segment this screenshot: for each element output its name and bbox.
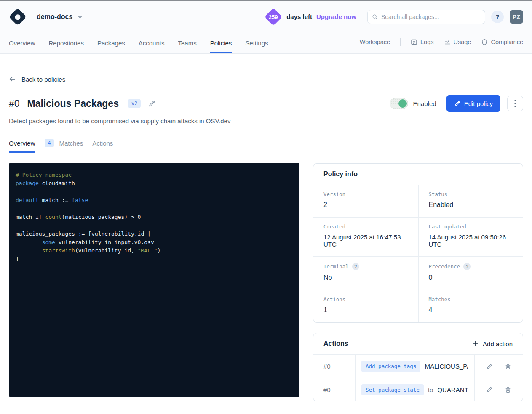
tab-label: Matches: [59, 140, 83, 147]
help-icon[interactable]: ?: [463, 263, 471, 270]
edit-policy-button[interactable]: Edit policy: [446, 95, 500, 112]
policy-description: Detect packages found to be compromised …: [9, 117, 523, 125]
info-field-value: 1: [323, 306, 408, 314]
back-label: Back to policies: [21, 76, 65, 83]
pencil-icon: [486, 363, 493, 370]
code-line: [16, 204, 293, 213]
action-type-badge: Set package state: [361, 384, 424, 395]
logs-icon: [411, 39, 417, 45]
nav-item-accounts[interactable]: Accounts: [139, 32, 165, 53]
info-field-actions: Actions1: [313, 290, 418, 322]
action-index: #0: [313, 355, 356, 378]
cloudsmith-logo: [9, 8, 27, 25]
code-line: [16, 188, 293, 196]
code-line: package cloudsmith: [16, 179, 293, 188]
logo-hole: [14, 13, 21, 20]
avatar[interactable]: PZ: [510, 10, 523, 24]
secondary-nav-label: Usage: [454, 39, 471, 45]
tab-overview[interactable]: Overview: [9, 140, 35, 153]
actions-panel-title: Actions: [323, 340, 348, 348]
secondary-nav: WorkspaceLogsUsageCompliance: [360, 32, 523, 53]
pencil-icon: [148, 100, 155, 107]
delete-action-button[interactable]: [504, 385, 512, 394]
info-field-value: Enabled: [429, 201, 513, 209]
edit-title-button[interactable]: [147, 99, 156, 108]
info-field-value: 12 August 2025 at 16:47:53 UTC: [323, 234, 408, 248]
help-icon[interactable]: ?: [352, 263, 359, 270]
secondary-nav-workspace[interactable]: Workspace: [360, 39, 390, 45]
policy-info-grid: Version2StatusEnabledCreated12 August 20…: [313, 185, 523, 322]
action-type-badge: Add package tags: [361, 361, 420, 372]
compliance-icon: [481, 39, 488, 45]
nav-item-teams[interactable]: Teams: [178, 32, 196, 53]
tab-actions[interactable]: Actions: [92, 140, 113, 153]
workspace-switcher[interactable]: demo-docs: [37, 13, 83, 21]
code-line: default match := false: [16, 196, 293, 204]
code-line: match if count(malicious_packages) > 0: [16, 213, 293, 221]
trial-days-badge: 259: [265, 8, 282, 25]
nav-divider: [400, 38, 401, 46]
delete-action-button[interactable]: [504, 362, 512, 371]
search-input[interactable]: [381, 13, 481, 20]
info-field-label: Terminal: [323, 264, 349, 270]
back-to-policies-link[interactable]: Back to policies: [9, 75, 65, 83]
tab-matches[interactable]: 4Matches: [45, 139, 83, 153]
action-row: #0Add package tagsMALICIOUS_PACKAGE: [313, 355, 523, 378]
info-field-status: StatusEnabled: [418, 185, 523, 217]
add-action-button[interactable]: Add action: [472, 340, 513, 348]
info-field-matches: Matches4: [418, 290, 523, 322]
info-field-version: Version2: [313, 185, 418, 217]
edit-action-button[interactable]: [485, 385, 494, 394]
nav-item-repositories[interactable]: Repositories: [49, 32, 84, 53]
action-index: #0: [313, 378, 356, 401]
code-line: # Policy namespac: [16, 171, 293, 179]
info-field-precedence: Precedence?0: [418, 256, 523, 290]
page-title: Malicious Packages: [27, 98, 119, 109]
enabled-toggle[interactable]: [390, 98, 408, 109]
action-value: QUARANTINED: [437, 386, 468, 393]
search-box[interactable]: [367, 10, 485, 24]
more-options-button[interactable]: [507, 96, 523, 111]
pencil-icon: [454, 101, 460, 107]
tab-count-badge: 4: [45, 139, 54, 147]
version-badge: v2: [128, 99, 141, 108]
edit-policy-label: Edit policy: [464, 100, 493, 107]
usage-icon: [444, 39, 451, 45]
page: demo-docs 259 days left Upgrade now ? PZ: [0, 0, 532, 414]
upgrade-link[interactable]: Upgrade now: [316, 13, 356, 20]
secondary-nav-usage[interactable]: Usage: [444, 39, 471, 45]
action-prefix: to: [428, 386, 433, 393]
code-line: some vulnerability in input.v0.osv: [16, 238, 293, 247]
policy-code-editor[interactable]: # Policy namespacpackage cloudsmith defa…: [9, 163, 299, 397]
info-field-created: Created12 August 2025 at 16:47:53 UTC: [313, 217, 418, 256]
secondary-nav-label: Workspace: [360, 39, 390, 45]
edit-action-button[interactable]: [485, 362, 494, 371]
nav-item-policies[interactable]: Policies: [210, 32, 232, 53]
trial-days-count: 259: [269, 13, 278, 20]
action-row: #0Set package statetoQUARANTINED: [313, 378, 523, 401]
trash-icon: [505, 386, 511, 393]
info-field-label: Precedence: [429, 264, 460, 270]
code-line: malicious_packages := [vulnerability.id …: [16, 230, 293, 238]
policy-number: #0: [9, 98, 20, 109]
plus-icon: [472, 340, 479, 347]
search-icon: [372, 14, 378, 20]
nav-item-settings[interactable]: Settings: [245, 32, 268, 53]
pencil-icon: [486, 386, 493, 393]
info-field-value: 0: [429, 274, 513, 281]
info-field-value: No: [323, 274, 408, 281]
help-button[interactable]: ?: [491, 11, 504, 23]
info-field-value: 4: [429, 306, 513, 314]
nav-item-packages[interactable]: Packages: [97, 32, 125, 53]
code-line: ]: [16, 255, 293, 263]
secondary-nav-logs[interactable]: Logs: [411, 39, 433, 45]
workspace-name: demo-docs: [37, 13, 72, 21]
info-field-label: Status: [429, 191, 448, 197]
code-line: startswith(vulnerability.id, "MAL-"): [16, 247, 293, 255]
kebab-icon: [514, 100, 516, 107]
add-action-label: Add action: [483, 340, 513, 348]
secondary-nav-label: Logs: [420, 39, 433, 45]
nav-item-overview[interactable]: Overview: [9, 32, 35, 53]
policy-info-title: Policy info: [323, 170, 358, 178]
secondary-nav-compliance[interactable]: Compliance: [481, 39, 523, 45]
